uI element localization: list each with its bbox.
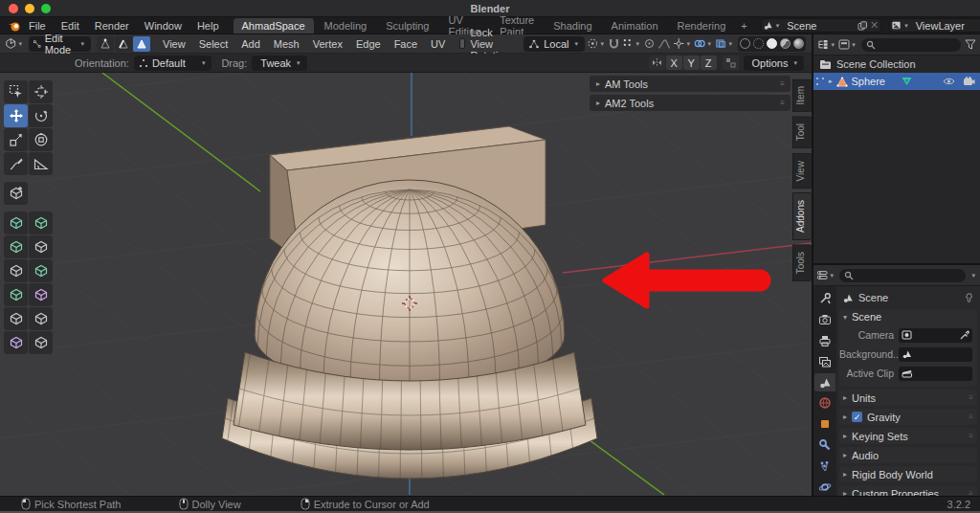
- panel-rigid-body-world[interactable]: ▸Rigid Body World: [839, 466, 977, 482]
- workspace-tab-animation[interactable]: Animation: [603, 18, 667, 33]
- viewport-menu-add[interactable]: Add: [234, 36, 267, 52]
- show-gizmo-dropdown[interactable]: ▾: [673, 36, 692, 52]
- sidebar-tab-addons[interactable]: Addons: [792, 192, 812, 240]
- tool-rotate[interactable]: [29, 104, 53, 127]
- drag-handle-icon[interactable]: ≡: [780, 82, 785, 85]
- editor-type-button[interactable]: ▾: [5, 36, 24, 52]
- properties-tab-tool[interactable]: [814, 290, 835, 308]
- unlink-scene-icon[interactable]: ✕: [868, 19, 880, 32]
- expand-icon[interactable]: ▸: [829, 78, 833, 85]
- wireframe2-shading-button[interactable]: [753, 38, 764, 49]
- properties-tab-scene[interactable]: [814, 373, 835, 391]
- outliner-editor-type-button[interactable]: ▾: [817, 37, 836, 53]
- field-background-[interactable]: [899, 347, 972, 362]
- tool-move[interactable]: [4, 104, 28, 127]
- properties-tab-particles[interactable]: [814, 457, 835, 475]
- proportional-editing-button[interactable]: [643, 36, 656, 52]
- menu-window[interactable]: Window: [137, 18, 189, 33]
- filter-icon[interactable]: [965, 39, 976, 50]
- viewport-menu-uv[interactable]: UV: [424, 36, 452, 52]
- tool-smooth[interactable]: [29, 283, 53, 306]
- mode-dropdown[interactable]: Edit Mode ▾: [29, 36, 91, 52]
- snap-options-icon[interactable]: [723, 56, 739, 70]
- viewport-menu-select[interactable]: Select: [192, 36, 235, 52]
- face-select-button[interactable]: [133, 36, 150, 52]
- workspace-tab-shading[interactable]: Shading: [545, 18, 600, 33]
- tool-bevel[interactable]: [4, 235, 28, 258]
- properties-tab-output[interactable]: [814, 332, 835, 350]
- tool-edge-slide[interactable]: [4, 307, 28, 330]
- field-camera[interactable]: [899, 328, 972, 343]
- sidebar-tab-view[interactable]: View: [792, 153, 812, 190]
- tool-rip-region[interactable]: [29, 331, 53, 354]
- properties-tab-physics[interactable]: [814, 478, 835, 496]
- outliner-display-mode-button[interactable]: ▾: [838, 37, 858, 53]
- npanel-am-tools[interactable]: ▸AM Tools≡: [590, 76, 791, 92]
- tool-annotate[interactable]: [4, 152, 28, 175]
- material-preview-button[interactable]: [780, 38, 791, 49]
- transform-orientation-dropdown[interactable]: Local ▾: [523, 36, 585, 52]
- tool-poly-build[interactable]: [29, 259, 53, 282]
- panel-gravity[interactable]: ▸✓Gravity≡: [839, 409, 977, 425]
- mirror-x-button[interactable]: X: [666, 56, 682, 70]
- drag-handle-icon[interactable]: ≡: [969, 489, 973, 496]
- tool-knife[interactable]: [4, 259, 28, 282]
- workspace-tab-modeling[interactable]: Modeling: [316, 18, 376, 33]
- viewport-canvas[interactable]: [0, 73, 812, 496]
- eyedropper-icon[interactable]: [960, 330, 969, 340]
- properties-tab-modifiers[interactable]: [814, 436, 835, 455]
- options-dropdown[interactable]: Options ▾: [744, 56, 804, 71]
- snap-toggle-button[interactable]: [608, 36, 620, 52]
- drag-handle-icon[interactable]: ≡: [969, 432, 973, 440]
- add-workspace-button[interactable]: +: [735, 20, 752, 32]
- edge-select-button[interactable]: [115, 36, 132, 52]
- snap-target-dropdown[interactable]: ▾: [622, 36, 641, 52]
- overlays-dropdown[interactable]: ▾: [694, 36, 713, 52]
- workspace-tab-sculpting[interactable]: Sculpting: [377, 18, 437, 33]
- viewlayer-selector[interactable]: ▾ ViewLayer ✕: [889, 18, 980, 33]
- lock-view-rotation-checkbox[interactable]: [459, 38, 465, 49]
- properties-search-input[interactable]: [839, 269, 966, 282]
- blender-logo-icon[interactable]: [8, 19, 21, 33]
- 3d-viewport[interactable]: ▸AM Tools≡▸AM2 Tools≡ ItemToolViewAddons…: [0, 73, 812, 496]
- tool-scale[interactable]: [4, 128, 28, 151]
- mirror-y-button[interactable]: Y: [683, 56, 700, 70]
- properties-tab-render[interactable]: [814, 311, 835, 329]
- npanel-am2-tools[interactable]: ▸AM2 Tools≡: [590, 95, 791, 111]
- wireframe-shading-button[interactable]: [740, 38, 750, 49]
- vertex-select-button[interactable]: [97, 36, 114, 52]
- drag-handle-icon[interactable]: ≡: [969, 413, 973, 421]
- properties-editor-type-button[interactable]: ▾: [816, 268, 835, 283]
- render-camera-icon[interactable]: [963, 77, 975, 86]
- tool-inset-faces[interactable]: [29, 212, 53, 234]
- workspace-tab-rendering[interactable]: Rendering: [669, 18, 735, 33]
- sidebar-tab-tools[interactable]: Tools: [792, 244, 812, 281]
- workspace-tab-ahmadspace[interactable]: AhmadSpace: [234, 18, 314, 33]
- tool-transform[interactable]: [29, 128, 53, 151]
- properties-tab-world[interactable]: [814, 394, 835, 413]
- outliner-object-row[interactable]: ▸Sphere: [813, 73, 980, 90]
- mirror-icon[interactable]: [649, 56, 665, 70]
- tool-add-cube[interactable]: [4, 182, 28, 205]
- viewport-menu-mesh[interactable]: Mesh: [267, 36, 306, 52]
- pivot-point-dropdown[interactable]: ▾: [587, 36, 606, 52]
- menu-render[interactable]: Render: [87, 18, 137, 33]
- viewport-menu-face[interactable]: Face: [388, 36, 424, 52]
- gravity-checkbox[interactable]: ✓: [852, 412, 862, 422]
- tool-loop-cut[interactable]: [29, 235, 53, 258]
- menu-help[interactable]: Help: [189, 18, 227, 33]
- scene-selector[interactable]: ▾ Scene ✕: [761, 18, 882, 33]
- tool-spin[interactable]: [4, 283, 28, 306]
- tool-shrink-fatten[interactable]: [29, 307, 53, 330]
- viewport-menu-edge[interactable]: Edge: [349, 36, 388, 52]
- menu-file[interactable]: File: [21, 18, 54, 33]
- drag-handle-icon[interactable]: ≡: [969, 393, 973, 402]
- solid-shading-button[interactable]: [767, 38, 777, 49]
- tool-measure[interactable]: [29, 152, 53, 175]
- panel-custom-properties[interactable]: ▸Custom Properties≡: [839, 485, 977, 496]
- tool-select-box[interactable]: [4, 80, 28, 103]
- drag-handle-icon[interactable]: ≡: [780, 101, 785, 104]
- panel-keying-sets[interactable]: ▸Keying Sets≡: [839, 428, 977, 444]
- sidebar-tab-item[interactable]: Item: [792, 78, 812, 112]
- panel-units[interactable]: ▸Units≡: [839, 390, 977, 406]
